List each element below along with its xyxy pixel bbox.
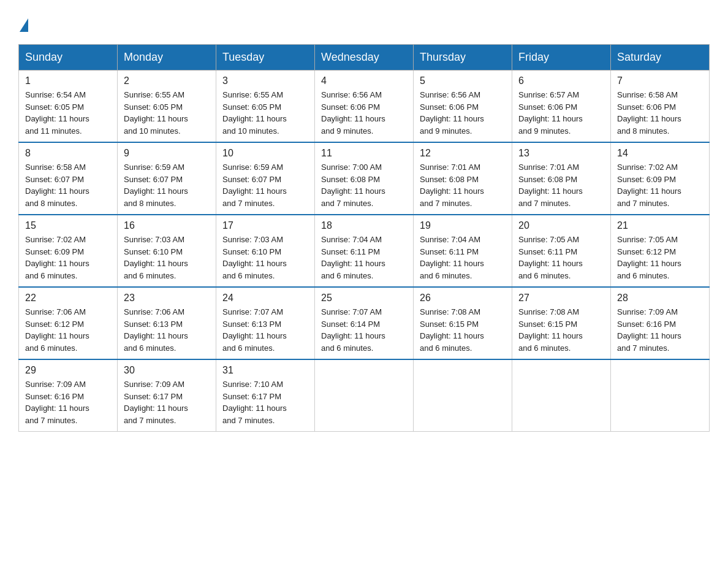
col-header-sunday: Sunday xyxy=(19,45,118,71)
calendar-cell: 31 Sunrise: 7:10 AMSunset: 6:17 PMDaylig… xyxy=(216,359,315,432)
day-number: 17 xyxy=(222,220,308,231)
day-number: 6 xyxy=(518,75,604,86)
calendar-cell: 6 Sunrise: 6:57 AMSunset: 6:06 PMDayligh… xyxy=(512,71,611,143)
calendar-cell xyxy=(611,359,710,432)
calendar-cell: 3 Sunrise: 6:55 AMSunset: 6:05 PMDayligh… xyxy=(216,71,315,143)
calendar-week-row: 22 Sunrise: 7:06 AMSunset: 6:12 PMDaylig… xyxy=(19,287,710,359)
calendar-cell: 22 Sunrise: 7:06 AMSunset: 6:12 PMDaylig… xyxy=(19,287,118,359)
day-info: Sunrise: 7:09 AMSunset: 6:16 PMDaylight:… xyxy=(617,306,703,354)
day-info: Sunrise: 7:10 AMSunset: 6:17 PMDaylight:… xyxy=(222,378,308,426)
day-info: Sunrise: 7:07 AMSunset: 6:13 PMDaylight:… xyxy=(222,306,308,354)
day-number: 1 xyxy=(25,75,111,86)
day-number: 26 xyxy=(420,293,506,304)
day-number: 5 xyxy=(420,75,506,86)
day-info: Sunrise: 7:00 AMSunset: 6:08 PMDaylight:… xyxy=(321,161,407,209)
col-header-tuesday: Tuesday xyxy=(216,45,315,71)
calendar-cell: 2 Sunrise: 6:55 AMSunset: 6:05 PMDayligh… xyxy=(118,71,216,143)
day-number: 9 xyxy=(124,148,210,159)
day-info: Sunrise: 7:06 AMSunset: 6:12 PMDaylight:… xyxy=(25,306,111,354)
day-number: 27 xyxy=(518,293,604,304)
calendar-cell: 18 Sunrise: 7:04 AMSunset: 6:11 PMDaylig… xyxy=(315,215,414,287)
logo-triangle-icon xyxy=(20,18,28,32)
day-info: Sunrise: 6:59 AMSunset: 6:07 PMDaylight:… xyxy=(222,161,308,209)
logo xyxy=(18,18,29,32)
day-info: Sunrise: 7:03 AMSunset: 6:10 PMDaylight:… xyxy=(222,234,308,282)
day-info: Sunrise: 7:08 AMSunset: 6:15 PMDaylight:… xyxy=(518,306,604,354)
calendar-cell xyxy=(315,359,414,432)
calendar-table: SundayMondayTuesdayWednesdayThursdayFrid… xyxy=(18,44,710,432)
calendar-cell: 10 Sunrise: 6:59 AMSunset: 6:07 PMDaylig… xyxy=(216,142,315,215)
calendar-cell: 11 Sunrise: 7:00 AMSunset: 6:08 PMDaylig… xyxy=(315,142,414,215)
day-info: Sunrise: 7:09 AMSunset: 6:16 PMDaylight:… xyxy=(25,378,111,426)
day-info: Sunrise: 7:01 AMSunset: 6:08 PMDaylight:… xyxy=(518,161,604,209)
day-info: Sunrise: 7:03 AMSunset: 6:10 PMDaylight:… xyxy=(124,234,210,282)
calendar-cell: 27 Sunrise: 7:08 AMSunset: 6:15 PMDaylig… xyxy=(512,287,611,359)
day-number: 3 xyxy=(222,75,308,86)
calendar-cell: 5 Sunrise: 6:56 AMSunset: 6:06 PMDayligh… xyxy=(414,71,512,143)
day-number: 15 xyxy=(25,220,111,231)
day-number: 12 xyxy=(420,148,506,159)
calendar-cell: 4 Sunrise: 6:56 AMSunset: 6:06 PMDayligh… xyxy=(315,71,414,143)
day-info: Sunrise: 6:55 AMSunset: 6:05 PMDaylight:… xyxy=(222,89,308,137)
day-info: Sunrise: 6:58 AMSunset: 6:06 PMDaylight:… xyxy=(617,89,703,137)
day-number: 22 xyxy=(25,293,111,304)
calendar-cell: 1 Sunrise: 6:54 AMSunset: 6:05 PMDayligh… xyxy=(19,71,118,143)
calendar-week-row: 1 Sunrise: 6:54 AMSunset: 6:05 PMDayligh… xyxy=(19,71,710,143)
day-info: Sunrise: 7:04 AMSunset: 6:11 PMDaylight:… xyxy=(420,234,506,282)
day-info: Sunrise: 7:01 AMSunset: 6:08 PMDaylight:… xyxy=(420,161,506,209)
day-number: 14 xyxy=(617,148,703,159)
day-number: 20 xyxy=(518,220,604,231)
day-number: 31 xyxy=(222,365,308,376)
day-number: 28 xyxy=(617,293,703,304)
day-info: Sunrise: 7:04 AMSunset: 6:11 PMDaylight:… xyxy=(321,234,407,282)
calendar-cell: 9 Sunrise: 6:59 AMSunset: 6:07 PMDayligh… xyxy=(118,142,216,215)
day-number: 30 xyxy=(124,365,210,376)
day-number: 4 xyxy=(321,75,407,86)
day-number: 11 xyxy=(321,148,407,159)
day-number: 23 xyxy=(124,293,210,304)
day-number: 21 xyxy=(617,220,703,231)
calendar-cell: 12 Sunrise: 7:01 AMSunset: 6:08 PMDaylig… xyxy=(414,142,512,215)
calendar-week-row: 8 Sunrise: 6:58 AMSunset: 6:07 PMDayligh… xyxy=(19,142,710,215)
calendar-cell: 21 Sunrise: 7:05 AMSunset: 6:12 PMDaylig… xyxy=(611,215,710,287)
day-info: Sunrise: 6:58 AMSunset: 6:07 PMDaylight:… xyxy=(25,161,111,209)
day-number: 16 xyxy=(124,220,210,231)
day-info: Sunrise: 7:05 AMSunset: 6:11 PMDaylight:… xyxy=(518,234,604,282)
day-info: Sunrise: 7:02 AMSunset: 6:09 PMDaylight:… xyxy=(25,234,111,282)
col-header-monday: Monday xyxy=(118,45,216,71)
day-info: Sunrise: 6:54 AMSunset: 6:05 PMDaylight:… xyxy=(25,89,111,137)
day-info: Sunrise: 6:55 AMSunset: 6:05 PMDaylight:… xyxy=(124,89,210,137)
col-header-thursday: Thursday xyxy=(414,45,512,71)
day-number: 8 xyxy=(25,148,111,159)
day-info: Sunrise: 6:56 AMSunset: 6:06 PMDaylight:… xyxy=(420,89,506,137)
day-number: 13 xyxy=(518,148,604,159)
day-number: 7 xyxy=(617,75,703,86)
calendar-cell: 23 Sunrise: 7:06 AMSunset: 6:13 PMDaylig… xyxy=(118,287,216,359)
day-number: 29 xyxy=(25,365,111,376)
day-number: 10 xyxy=(222,148,308,159)
calendar-cell: 25 Sunrise: 7:07 AMSunset: 6:14 PMDaylig… xyxy=(315,287,414,359)
day-info: Sunrise: 6:59 AMSunset: 6:07 PMDaylight:… xyxy=(124,161,210,209)
calendar-cell: 16 Sunrise: 7:03 AMSunset: 6:10 PMDaylig… xyxy=(118,215,216,287)
day-info: Sunrise: 7:05 AMSunset: 6:12 PMDaylight:… xyxy=(617,234,703,282)
calendar-cell: 20 Sunrise: 7:05 AMSunset: 6:11 PMDaylig… xyxy=(512,215,611,287)
day-number: 24 xyxy=(222,293,308,304)
day-info: Sunrise: 7:09 AMSunset: 6:17 PMDaylight:… xyxy=(124,378,210,426)
page-header xyxy=(18,18,710,32)
day-info: Sunrise: 7:07 AMSunset: 6:14 PMDaylight:… xyxy=(321,306,407,354)
calendar-header-row: SundayMondayTuesdayWednesdayThursdayFrid… xyxy=(19,45,710,71)
calendar-week-row: 15 Sunrise: 7:02 AMSunset: 6:09 PMDaylig… xyxy=(19,215,710,287)
day-number: 18 xyxy=(321,220,407,231)
calendar-cell: 19 Sunrise: 7:04 AMSunset: 6:11 PMDaylig… xyxy=(414,215,512,287)
day-number: 25 xyxy=(321,293,407,304)
day-info: Sunrise: 6:57 AMSunset: 6:06 PMDaylight:… xyxy=(518,89,604,137)
col-header-saturday: Saturday xyxy=(611,45,710,71)
col-header-wednesday: Wednesday xyxy=(315,45,414,71)
calendar-cell: 17 Sunrise: 7:03 AMSunset: 6:10 PMDaylig… xyxy=(216,215,315,287)
calendar-cell: 24 Sunrise: 7:07 AMSunset: 6:13 PMDaylig… xyxy=(216,287,315,359)
day-info: Sunrise: 7:06 AMSunset: 6:13 PMDaylight:… xyxy=(124,306,210,354)
calendar-cell: 29 Sunrise: 7:09 AMSunset: 6:16 PMDaylig… xyxy=(19,359,118,432)
day-info: Sunrise: 7:02 AMSunset: 6:09 PMDaylight:… xyxy=(617,161,703,209)
calendar-cell xyxy=(512,359,611,432)
calendar-cell xyxy=(414,359,512,432)
